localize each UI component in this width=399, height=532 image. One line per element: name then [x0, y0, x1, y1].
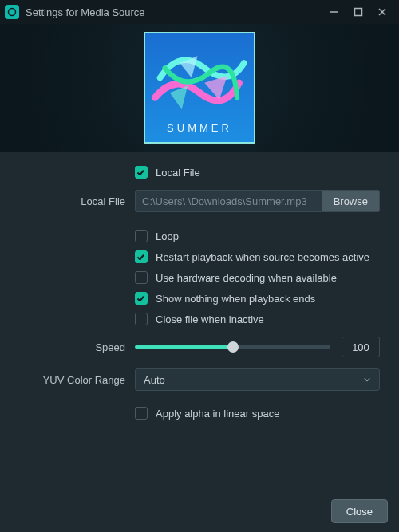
album-cover: SUMMER — [144, 32, 255, 144]
minimize-icon — [330, 7, 339, 17]
svg-point-0 — [9, 9, 16, 16]
restart-playback-label: Restart playback when source becomes act… — [156, 251, 369, 263]
show-nothing-label: Show nothing when playback ends — [156, 293, 315, 305]
local-file-field-label: Local File — [19, 195, 135, 207]
window-title: Settings for Media Source — [26, 6, 145, 18]
speed-value-input[interactable]: 100 — [342, 337, 380, 357]
speed-slider-fill — [135, 345, 233, 349]
settings-form: Local File Local File C:\Users\ \Downloa… — [0, 152, 399, 439]
loop-checkbox[interactable] — [135, 230, 148, 242]
dialog-footer: Close — [0, 491, 399, 532]
loop-label: Loop — [156, 231, 179, 242]
local-file-checkbox[interactable] — [135, 166, 148, 179]
hw-decode-checkbox[interactable] — [135, 271, 148, 284]
restart-playback-checkbox[interactable] — [135, 250, 148, 263]
close-inactive-label: Close file when inactive — [156, 313, 264, 325]
maximize-icon — [354, 7, 363, 17]
chevron-down-icon — [363, 376, 371, 384]
apply-alpha-label: Apply alpha in linear space — [156, 408, 279, 420]
close-button[interactable]: Close — [331, 499, 388, 523]
speed-slider[interactable] — [135, 345, 330, 349]
browse-button[interactable]: Browse — [322, 190, 380, 212]
app-icon — [5, 5, 19, 19]
minimize-button[interactable] — [322, 0, 346, 24]
svg-marker-7 — [170, 86, 188, 110]
speed-slider-thumb[interactable] — [227, 341, 239, 353]
svg-rect-2 — [355, 9, 362, 16]
hw-decode-label: Use hardware decoding when available — [156, 272, 337, 284]
speed-label: Speed — [19, 341, 135, 353]
local-file-path-input[interactable]: C:\Users\ \Downloads\Summer.mp3 — [135, 190, 322, 212]
show-nothing-checkbox[interactable] — [135, 292, 148, 305]
close-icon — [377, 7, 387, 17]
apply-alpha-checkbox[interactable] — [135, 407, 148, 420]
maximize-button[interactable] — [346, 0, 370, 24]
preview-area: SUMMER — [0, 24, 399, 152]
yuv-range-value: Auto — [144, 374, 165, 386]
local-file-checkbox-label: Local File — [156, 167, 200, 179]
yuv-range-select[interactable]: Auto — [135, 368, 380, 391]
titlebar: Settings for Media Source — [0, 0, 399, 24]
cover-title: SUMMER — [145, 122, 254, 134]
close-inactive-checkbox[interactable] — [135, 313, 148, 325]
yuv-range-label: YUV Color Range — [19, 374, 135, 386]
close-window-button[interactable] — [370, 0, 394, 24]
